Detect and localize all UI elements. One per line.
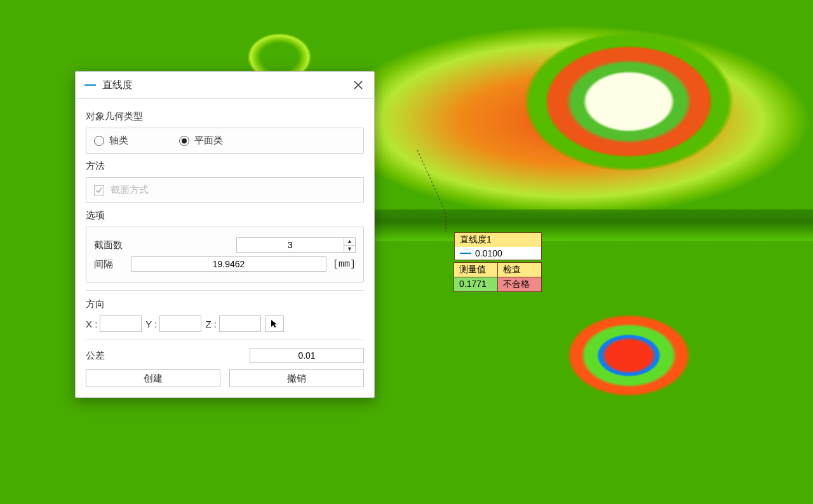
create-button[interactable]: 创建 <box>86 369 220 387</box>
radio-icon <box>94 136 104 146</box>
z-label: Z : <box>205 319 217 329</box>
tolerance-label: 公差 <box>86 350 105 362</box>
straightness-dialog: 直线度 对象几何类型 轴类 平面类 方法 <box>75 71 375 398</box>
method-label: 方法 <box>86 160 364 172</box>
undo-button[interactable]: 撤销 <box>229 369 364 387</box>
dialog-title-icon <box>84 84 96 86</box>
x-input[interactable] <box>100 315 142 332</box>
spinner-up-icon[interactable]: ▲ <box>344 238 355 246</box>
callout-check-value: 不合格 <box>497 277 542 292</box>
radio-plane[interactable]: 平面类 <box>179 135 223 147</box>
callout-meas-value: 0.1771 <box>454 277 498 292</box>
x-label: X : <box>86 319 97 329</box>
options-label: 选项 <box>86 209 364 222</box>
section-count-input[interactable] <box>236 237 344 253</box>
callout-title: 直线度1 <box>455 233 541 247</box>
callout-meas-header: 测量值 <box>454 262 498 277</box>
interval-input[interactable] <box>131 256 326 272</box>
measurement-callout: 直线度1 0.0100 测量值 检查 0.1771 不合格 <box>454 232 542 292</box>
geom-type-label: 对象几何类型 <box>86 110 364 123</box>
radio-icon <box>179 136 189 146</box>
undo-button-label: 撤销 <box>287 373 306 385</box>
divider <box>86 290 364 291</box>
checkbox-icon <box>94 185 104 196</box>
y-label: Y : <box>145 319 157 329</box>
y-input[interactable] <box>159 315 201 332</box>
tolerance-input[interactable] <box>250 348 364 363</box>
direction-label: 方向 <box>86 298 364 310</box>
method-checkbox[interactable]: 截面方式 <box>94 184 356 196</box>
section-count-label: 截面数 <box>94 239 145 251</box>
section-count-spinner[interactable]: ▲ ▼ <box>236 237 356 253</box>
spinner-down-icon[interactable]: ▼ <box>344 246 355 253</box>
radio-axis-label: 轴类 <box>109 135 128 147</box>
method-checkbox-label: 截面方式 <box>111 184 149 196</box>
callout-leader-line <box>417 150 454 232</box>
tolerance-line-icon <box>460 253 471 254</box>
callout-check-header: 检查 <box>497 262 542 277</box>
interval-unit: [mm] <box>333 259 356 270</box>
close-button[interactable] <box>351 78 365 92</box>
interval-label: 间隔 <box>94 258 124 270</box>
close-icon <box>354 81 363 90</box>
radio-axis[interactable]: 轴类 <box>94 135 128 147</box>
cursor-icon <box>270 319 279 328</box>
callout-tolerance: 0.0100 <box>475 248 502 258</box>
dialog-titlebar[interactable]: 直线度 <box>76 72 374 99</box>
z-input[interactable] <box>219 315 261 332</box>
dialog-title: 直线度 <box>102 79 133 92</box>
pick-direction-button[interactable] <box>265 315 284 332</box>
divider <box>86 340 364 340</box>
create-button-label: 创建 <box>144 373 163 385</box>
radio-plane-label: 平面类 <box>194 135 223 147</box>
